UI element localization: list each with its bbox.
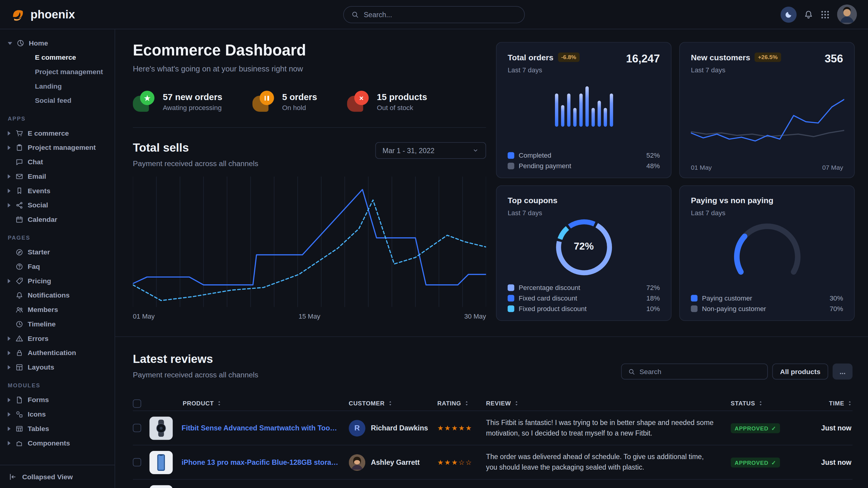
x-tick-label: 30 May <box>464 313 486 320</box>
sidebar-item-events[interactable]: Events <box>0 184 115 198</box>
sidebar-item-label: Icons <box>28 411 46 418</box>
total-sells-title: Total sells <box>133 141 258 154</box>
sidebar-item-forms[interactable]: Forms <box>0 393 115 407</box>
sort-icon <box>514 400 519 406</box>
legend-marker <box>691 295 698 301</box>
phoenix-logo-icon <box>11 7 26 22</box>
reviews-controls: All products ... <box>621 363 852 380</box>
reviews-search[interactable] <box>621 363 768 380</box>
bell-icon <box>804 10 813 19</box>
customer-avatar <box>349 454 365 470</box>
sidebar-item-e-commerce[interactable]: E commerce <box>0 50 115 65</box>
sidebar-section-title: MODULES <box>0 382 115 393</box>
legend-value: 18% <box>646 294 660 302</box>
sidebar-item-landing[interactable]: Landing <box>0 79 115 93</box>
page-title: Ecommerce Dashboard <box>133 42 486 59</box>
sidebar-item-components[interactable]: Components <box>0 436 115 450</box>
sort-icon <box>847 400 852 406</box>
notifications-button[interactable] <box>804 10 813 19</box>
table-header-row: PRODUCTCUSTOMERRATINGREVIEWSTATUSTIME <box>133 396 852 411</box>
column-header-review[interactable]: REVIEW <box>486 400 731 406</box>
sidebar-section-title: PAGES <box>0 234 115 245</box>
sidebar-item-label: E commerce <box>28 130 69 137</box>
column-header-time[interactable]: TIME <box>802 400 852 406</box>
profile-avatar[interactable] <box>837 4 857 24</box>
mail-icon <box>16 173 23 181</box>
app-launcher-button[interactable] <box>820 10 830 19</box>
sidebar-item-label: Chat <box>28 158 43 166</box>
reviews-search-input[interactable] <box>640 368 761 376</box>
sidebar-item-label: Authentication <box>28 349 76 357</box>
sidebar-item-layouts[interactable]: Layouts <box>0 360 115 375</box>
total-sells-header: Total sells Payment received across all … <box>133 141 486 168</box>
global-search[interactable] <box>343 6 525 23</box>
sidebar-item-starter[interactable]: Starter <box>0 245 115 260</box>
moon-icon <box>785 10 793 19</box>
trend-badge: -6.8% <box>558 53 580 62</box>
x-tick-label: 15 May <box>299 313 320 320</box>
collapsed-view-toggle[interactable]: Collapsed View <box>0 465 115 488</box>
sidebar-item-social[interactable]: Social <box>0 198 115 213</box>
sidebar-item-tables[interactable]: Tables <box>0 422 115 436</box>
chevron-down-icon <box>8 42 12 44</box>
column-header-product[interactable]: PRODUCT <box>150 400 349 406</box>
sidebar-item-email[interactable]: Email <box>0 169 115 184</box>
latest-reviews-section: Latest reviews Payment received across a… <box>133 352 852 488</box>
sidebar-item-e-commerce[interactable]: E commerce <box>0 126 115 140</box>
donut-center-label: 72% <box>496 240 671 252</box>
more-options-button[interactable]: ... <box>833 363 852 380</box>
all-products-button[interactable]: All products <box>772 363 828 380</box>
review-text: This Fitbit is fantastic! I was trying t… <box>486 418 731 438</box>
dashboard-left-column: Ecommerce Dashboard Here's what's going … <box>133 42 486 320</box>
sidebar-item-project-management[interactable]: Project management <box>0 140 115 155</box>
brand[interactable]: phoenix <box>11 7 75 22</box>
quick-stat: ×15 productsOut of stock <box>347 91 427 113</box>
sidebar-item-members[interactable]: Members <box>0 303 115 317</box>
stat-value: 5 orders <box>282 92 317 102</box>
rating-stars: ★★★★★ <box>437 424 486 432</box>
sidebar-item-pricing[interactable]: Pricing <box>0 274 115 289</box>
sidebar-item-chat[interactable]: Chat <box>0 155 115 169</box>
date-range-select[interactable]: Mar 1 - 31, 2022 <box>375 142 486 159</box>
column-header-customer[interactable]: CUSTOMER <box>349 400 437 406</box>
column-label: PRODUCT <box>183 400 214 406</box>
sidebar-item-label: Notifications <box>28 291 70 299</box>
product-link[interactable]: iPhone 13 pro max-Pacific Blue-128GB sto… <box>182 458 349 466</box>
chevron-right-icon <box>8 351 10 355</box>
status-badge: APPROVED✓ <box>731 458 780 467</box>
chevron-right-icon <box>8 145 10 150</box>
sidebar-item-calendar[interactable]: Calendar <box>0 213 115 227</box>
legend-row: Pending payment48% <box>507 162 660 170</box>
sidebar-item-project-management[interactable]: Project management <box>0 65 115 79</box>
row-checkbox[interactable] <box>133 458 142 466</box>
sidebar-item-notifications[interactable]: Notifications <box>0 288 115 303</box>
legend-value: 48% <box>646 162 660 170</box>
chevron-right-icon <box>8 203 10 208</box>
sidebar-item-errors[interactable]: Errors <box>0 331 115 346</box>
column-header-rating[interactable]: RATING <box>437 400 486 406</box>
sidebar: HomeE commerceProject managementLandingS… <box>0 29 115 488</box>
legend-marker <box>507 305 514 312</box>
sort-icon <box>217 400 222 406</box>
global-search-input[interactable] <box>364 10 517 19</box>
sidebar-item-authentication[interactable]: Authentication <box>0 346 115 360</box>
product-link[interactable]: Fitbit Sense Advanced Smartwatch with To… <box>182 424 349 432</box>
sidebar-item-icons[interactable]: Icons <box>0 407 115 422</box>
sidebar-item-timeline[interactable]: Timeline <box>0 317 115 331</box>
sidebar-item-faq[interactable]: Faq <box>0 260 115 274</box>
x-tick-label: 01 May <box>691 164 712 171</box>
column-header-status[interactable]: STATUS <box>731 400 802 406</box>
sidebar-item-label: Starter <box>28 248 50 256</box>
card-period: Last 7 days <box>691 209 774 217</box>
select-all-checkbox[interactable] <box>133 399 142 408</box>
sidebar-item-social-feed[interactable]: Social feed <box>0 93 115 108</box>
sidebar-group-home[interactable]: Home <box>0 36 115 50</box>
column-label: STATUS <box>731 400 755 406</box>
sidebar-item-label: Timeline <box>28 320 56 328</box>
row-checkbox[interactable] <box>133 424 142 432</box>
users-icon <box>16 306 23 314</box>
legend-row: Non-paying customer70% <box>691 305 843 313</box>
theme-toggle-button[interactable] <box>780 6 797 22</box>
new-customers-x-axis: 01 May 07 May <box>691 164 843 171</box>
order-bar <box>561 105 564 127</box>
